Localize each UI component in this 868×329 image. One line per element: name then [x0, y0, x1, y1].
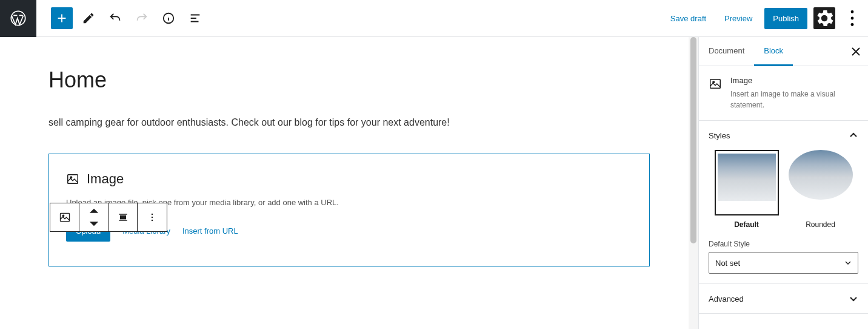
style-option-default[interactable]: Default	[715, 150, 779, 229]
advanced-heading: Advanced	[709, 294, 744, 304]
svg-point-9	[152, 217, 153, 219]
styles-row: Default Rounded	[709, 150, 858, 229]
undo-icon	[109, 12, 122, 25]
svg-point-6	[62, 215, 64, 217]
paragraph-block[interactable]: sell camping gear for outdoor enthusiast…	[48, 117, 650, 128]
align-icon	[117, 211, 129, 223]
style-preview-rounded	[789, 150, 853, 215]
style-thumbnail	[718, 154, 776, 201]
block-mover[interactable]	[79, 203, 109, 231]
style-label-rounded: Rounded	[789, 220, 853, 229]
advanced-panel: Advanced	[699, 284, 868, 314]
style-label-default: Default	[715, 220, 779, 229]
settings-sidebar: Document Block Image Insert an image to …	[698, 37, 868, 329]
style-caption	[746, 205, 747, 208]
toolbar-left	[36, 7, 206, 29]
svg-rect-7	[120, 216, 125, 219]
image-icon	[709, 77, 722, 90]
top-toolbar: Save draft Preview Publish	[0, 0, 868, 37]
close-sidebar-button[interactable]	[844, 37, 868, 66]
svg-rect-13	[710, 80, 721, 89]
style-option-rounded[interactable]: Rounded	[789, 150, 853, 229]
svg-point-3	[851, 17, 854, 20]
advanced-panel-header[interactable]: Advanced	[699, 284, 868, 313]
chevron-up-icon	[849, 131, 858, 140]
chevron-up-icon	[88, 205, 100, 217]
svg-point-8	[152, 214, 153, 215]
settings-button[interactable]	[813, 7, 835, 29]
select-value: Not set	[715, 259, 740, 268]
wordpress-logo[interactable]	[0, 0, 36, 37]
svg-rect-11	[68, 175, 78, 184]
style-preview-default	[715, 150, 779, 215]
sidebar-tabs: Document Block	[699, 37, 868, 66]
undo-button[interactable]	[104, 7, 126, 29]
image-block-header: Image	[66, 171, 632, 187]
info-button[interactable]	[158, 7, 179, 29]
styles-panel-header[interactable]: Styles	[699, 121, 868, 150]
styles-heading: Styles	[709, 131, 730, 140]
style-thumbnail	[789, 150, 853, 200]
svg-point-12	[70, 177, 72, 178]
close-icon	[852, 47, 860, 56]
block-info-description: Insert an image to make a visual stateme…	[730, 89, 858, 110]
tab-document[interactable]: Document	[699, 37, 754, 66]
styles-panel-body: Default Rounded Default Style Not set	[699, 150, 868, 283]
redo-icon	[135, 12, 149, 25]
block-type-button[interactable]	[50, 203, 79, 231]
main-area: Home sell camping gear for outdoor enthu…	[0, 37, 868, 329]
insert-from-url-button[interactable]: Insert from URL	[182, 226, 238, 236]
editor-scrollbar[interactable]	[689, 37, 698, 329]
default-style-label: Default Style	[709, 240, 858, 248]
more-options-button[interactable]	[841, 7, 863, 29]
image-block-title: Image	[87, 171, 124, 187]
pencil-icon	[82, 12, 95, 25]
page-title[interactable]: Home	[48, 67, 650, 93]
plus-icon	[55, 12, 68, 25]
toolbar-right: Save draft Preview Publish	[664, 7, 868, 29]
scrollbar-thumb[interactable]	[690, 37, 696, 243]
add-block-button[interactable]	[51, 7, 73, 29]
default-style-select[interactable]: Not set	[709, 252, 858, 274]
gear-icon	[813, 7, 835, 29]
block-info: Image Insert an image to make a visual s…	[699, 66, 868, 121]
block-more-button[interactable]	[138, 203, 167, 231]
chevron-down-icon	[88, 217, 100, 229]
redo-button[interactable]	[131, 7, 153, 29]
block-toolbar	[50, 203, 167, 232]
svg-point-10	[152, 220, 153, 222]
wordpress-icon	[10, 10, 27, 27]
edit-mode-button[interactable]	[78, 7, 99, 29]
styles-panel: Styles Default	[699, 121, 868, 284]
svg-rect-5	[60, 213, 69, 221]
editor-canvas[interactable]: Home sell camping gear for outdoor enthu…	[0, 37, 698, 329]
publish-button[interactable]: Publish	[764, 8, 807, 29]
dots-vertical-icon	[841, 7, 863, 29]
chevron-down-icon	[849, 294, 858, 304]
outline-icon	[189, 12, 202, 25]
svg-point-14	[713, 81, 715, 83]
save-draft-button[interactable]: Save draft	[664, 10, 712, 27]
preview-button[interactable]: Preview	[718, 10, 758, 27]
chevron-down-icon	[844, 259, 852, 266]
align-button[interactable]	[109, 203, 138, 231]
svg-point-4	[851, 23, 854, 26]
image-icon	[66, 172, 79, 186]
svg-point-2	[851, 10, 854, 13]
block-info-title: Image	[730, 76, 858, 85]
dots-vertical-icon	[146, 211, 158, 223]
info-icon	[162, 12, 175, 25]
outline-button[interactable]	[184, 7, 206, 29]
tab-block[interactable]: Block	[754, 37, 793, 66]
image-icon	[59, 211, 71, 223]
